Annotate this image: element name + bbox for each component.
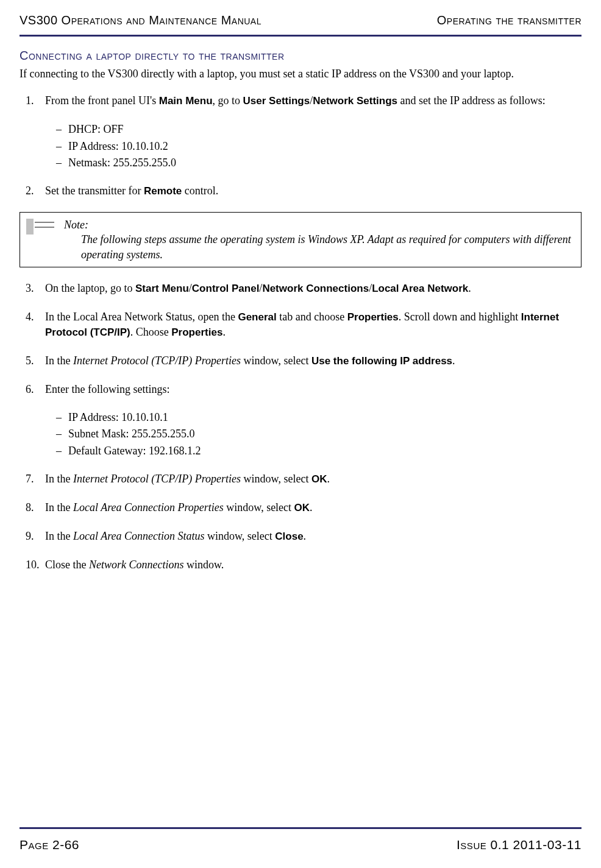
intro-paragraph: If connecting to the VS300 directly with… (20, 66, 581, 81)
sub-item: IP Address: 10.10.10.2 (56, 139, 581, 153)
step-4: 4. In the Local Area Network Status, ope… (45, 309, 581, 340)
note-title: Note: (64, 217, 575, 232)
step-2: 2. Set the transmitter for Remote contro… (45, 183, 581, 199)
header-left: VS300 Operations and Maintenance Manual (20, 12, 261, 29)
note-box: Note: The following steps assume the ope… (20, 212, 581, 267)
step-1-sublist: DHCP: OFF IP Address: 10.10.10.2 Netmask… (45, 122, 581, 170)
section-title: Connecting a laptop directly to the tran… (20, 48, 581, 64)
step-3: 3. On the laptop, go to Start Menu/Contr… (45, 281, 581, 296)
sub-item: IP Address: 10.10.10.1 (56, 410, 581, 425)
sub-item: Default Gateway: 192.168.1.2 (56, 443, 581, 458)
svg-rect-0 (26, 219, 34, 235)
step-7: 7. In the Internet Protocol (TCP/IP) Pro… (45, 471, 581, 487)
header-right: Operating the transmitter (437, 12, 581, 29)
note-body: The following steps assume the operating… (64, 232, 575, 262)
footer-page: Page 2-66 (20, 836, 79, 853)
step-1: 1. From the front panel UI's Main Menu, … (45, 93, 581, 170)
sub-item: DHCP: OFF (56, 122, 581, 136)
page-header: VS300 Operations and Maintenance Manual … (20, 12, 581, 37)
steps-list: 1. From the front panel UI's Main Menu, … (20, 93, 581, 199)
step-6-sublist: IP Address: 10.10.10.1 Subnet Mask: 255.… (45, 410, 581, 458)
note-content: Note: The following steps assume the ope… (64, 217, 575, 262)
sub-item: Netmask: 255.255.255.0 (56, 155, 581, 170)
footer-issue: Issue 0.1 2011-03-11 (457, 836, 581, 853)
step-10: 10. Close the Network Connections window… (45, 557, 581, 572)
step-6: 6. Enter the following settings: IP Addr… (45, 382, 581, 458)
note-icon (26, 219, 55, 235)
steps-list-continued: 3. On the laptop, go to Start Menu/Contr… (20, 281, 581, 572)
sub-item: Subnet Mask: 255.255.255.0 (56, 426, 581, 441)
step-8: 8. In the Local Area Connection Properti… (45, 500, 581, 515)
step-9: 9. In the Local Area Connection Status w… (45, 529, 581, 544)
step-5: 5. In the Internet Protocol (TCP/IP) Pro… (45, 353, 581, 369)
page-footer: Page 2-66 Issue 0.1 2011-03-11 (20, 827, 581, 853)
